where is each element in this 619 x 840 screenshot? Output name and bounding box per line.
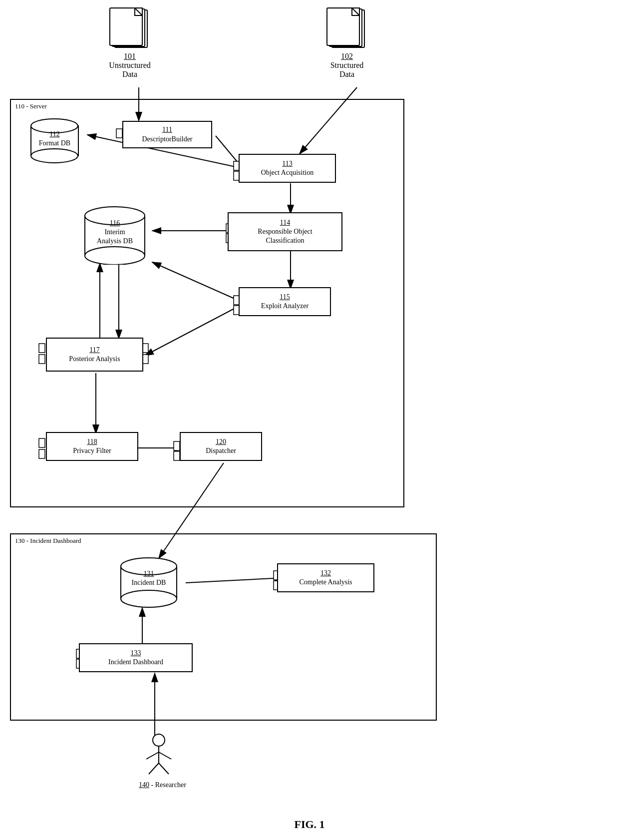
incident-label: 130 - Incident Dashboard	[15, 537, 81, 545]
svg-line-60	[159, 763, 169, 774]
n101-id: 101	[107, 52, 152, 61]
n114-id: 114	[280, 218, 290, 227]
n118-id: 118	[87, 437, 97, 446]
n111-label: DescriptorBuilder	[142, 135, 192, 144]
node-140: 140 - Researcher	[139, 733, 186, 789]
node-111: 111 DescriptorBuilder	[122, 121, 212, 148]
svg-line-58	[159, 752, 171, 759]
n102-id: 102	[324, 52, 369, 61]
node-113: 113 Object Acquisition	[239, 154, 336, 183]
n116-id: 116	[80, 219, 150, 228]
n131-id: 131	[116, 569, 182, 578]
n140-id: 140	[139, 781, 149, 789]
node-133: 133 Incident Dashboard	[79, 643, 193, 672]
n117-label: Posterior Analysis	[69, 355, 120, 364]
diagram: 101 Unstructured Data 102 Structured Dat…	[0, 0, 619, 840]
svg-line-59	[149, 763, 159, 774]
node-120: 120 Dispatcher	[180, 432, 262, 461]
node-116: 116 InterimAnalysis DB	[80, 205, 150, 265]
n113-id: 113	[282, 159, 292, 168]
server-label: 110 - Server	[15, 102, 47, 110]
n115-id: 115	[280, 293, 290, 302]
node-101: 101 Unstructured Data	[107, 7, 152, 47]
n133-label: Incident Dashboard	[108, 658, 163, 667]
incident-container: 130 - Incident Dashboard	[10, 533, 437, 721]
n116-label: InterimAnalysis DB	[80, 228, 150, 246]
node-114: 114 Responsible ObjectClassification	[228, 212, 342, 251]
svg-point-51	[85, 247, 145, 265]
n133-id: 133	[131, 649, 141, 658]
n113-label: Object Acquisition	[261, 168, 313, 177]
svg-point-48	[31, 149, 78, 163]
n131-label: Incident DB	[116, 578, 182, 587]
n101-label: Unstructured Data	[107, 61, 152, 79]
node-131: 131 Incident DB	[116, 555, 182, 608]
node-118: 118 Privacy Filter	[46, 432, 138, 461]
n112-id: 112	[26, 130, 83, 139]
n118-label: Privacy Filter	[73, 446, 111, 455]
node-132: 132 Complete Analysis	[277, 563, 374, 592]
svg-point-55	[153, 734, 165, 746]
n102-label: Structured Data	[324, 61, 369, 79]
n132-id: 132	[320, 569, 331, 578]
fig-caption: FIG. 1	[0, 818, 619, 831]
node-115: 115 Exploit Analyzer	[239, 287, 331, 316]
svg-point-54	[121, 590, 177, 607]
node-102: 102 Structured Data	[324, 7, 369, 47]
n112-label: Format DB	[26, 139, 83, 148]
n111-id: 111	[162, 125, 172, 134]
n132-label: Complete Analysis	[299, 578, 352, 587]
node-112: 112 Format DB	[26, 116, 83, 163]
n120-label: Dispatcher	[206, 446, 236, 455]
svg-line-57	[146, 752, 159, 759]
n114-label: Responsible ObjectClassification	[258, 227, 312, 245]
n115-label: Exploit Analyzer	[261, 302, 309, 311]
n140-label: - Researcher	[151, 781, 186, 789]
n117-id: 117	[89, 346, 99, 355]
n120-id: 120	[216, 437, 226, 446]
node-117: 117 Posterior Analysis	[46, 338, 143, 372]
